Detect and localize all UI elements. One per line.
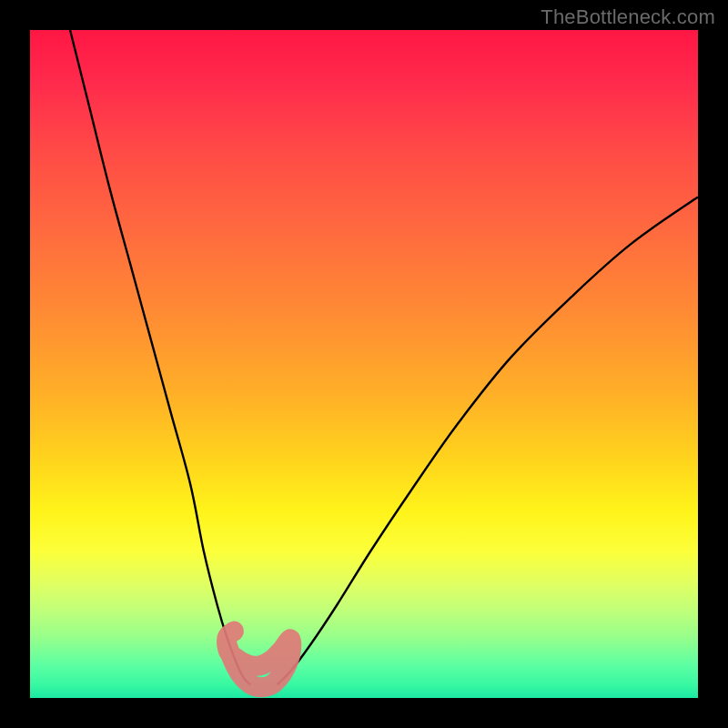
valley-marker-path [227,632,291,688]
left-curve-path [70,30,250,684]
chart-svg [30,30,698,698]
watermark-text: TheBottleneck.com [541,5,715,29]
right-curve-path [278,197,698,685]
plot-area [30,30,698,698]
chart-frame: TheBottleneck.com [0,0,728,728]
